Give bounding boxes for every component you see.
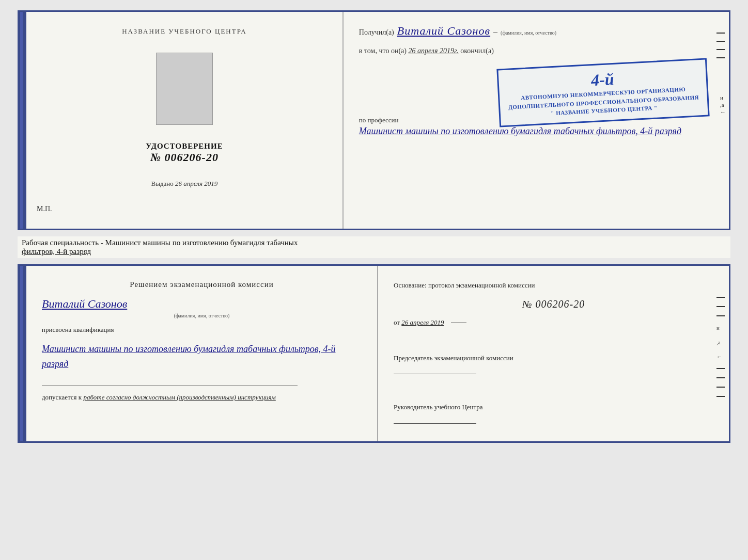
book-spine-bottom bbox=[19, 266, 26, 441]
allowed-label: допускается к bbox=[42, 393, 82, 401]
photo-placeholder bbox=[156, 53, 213, 125]
exam-right-page: Основание: протокол экзаменационной коми… bbox=[378, 266, 729, 441]
commission-title: Решением экзаменационной комиссии bbox=[42, 280, 362, 289]
date-dash bbox=[451, 323, 466, 323]
recipient-line: Получил(а) Виталий Сазонов – (фамилия, и… bbox=[359, 24, 713, 38]
allowed-text-block: допускается к работе согласно должностны… bbox=[42, 392, 362, 403]
dash-dec-1 bbox=[716, 33, 725, 34]
rdash-7 bbox=[716, 396, 725, 397]
certificate-book: НАЗВАНИЕ УЧЕБНОГО ЦЕНТРА УДОСТОВЕРЕНИЕ №… bbox=[18, 10, 730, 230]
dash-dec-4 bbox=[716, 57, 725, 58]
cert-title-block: УДОСТОВЕРЕНИЕ № 006206-20 bbox=[146, 142, 223, 164]
exam-name-sublabel: (фамилия, имя, отчество) bbox=[42, 313, 362, 318]
cert-title: УДОСТОВЕРЕНИЕ bbox=[146, 142, 223, 151]
stamp-block: 4-й АВТОНОМНУЮ НЕКОММЕРЧЕСКУЮ ОРГАНИЗАЦИ… bbox=[496, 58, 710, 127]
rdash-2 bbox=[716, 306, 725, 307]
side-letters: и ,а ← bbox=[720, 94, 726, 115]
exam-date-line: от 26 апреля 2019 bbox=[394, 317, 713, 328]
rdash-6 bbox=[716, 387, 725, 388]
finished-label: окончил(а) bbox=[460, 47, 494, 55]
issued-line: Выдано 26 апреля 2019 bbox=[151, 180, 218, 188]
director-signature-line bbox=[394, 423, 476, 424]
exam-person-block: Виталий Сазонов (фамилия, имя, отчество) bbox=[42, 295, 362, 318]
body-date: 26 апреля 2019г. bbox=[408, 47, 458, 55]
document-container: НАЗВАНИЕ УЧЕБНОГО ЦЕНТРА УДОСТОВЕРЕНИЕ №… bbox=[18, 10, 730, 443]
exam-person-name: Виталий Сазонов bbox=[42, 297, 362, 311]
bottom-text2: фильтров, 4-й разряд bbox=[22, 247, 91, 255]
chairman-label: Председатель экзаменационной комиссии bbox=[394, 353, 713, 364]
exam-date: 26 апреля 2019 bbox=[401, 318, 444, 326]
side-letter-i: и bbox=[720, 94, 726, 101]
rdash-3 bbox=[716, 315, 725, 316]
allowed-text: работе согласно должностным (производств… bbox=[83, 393, 275, 401]
left-page: НАЗВАНИЕ УЧЕБНОГО ЦЕНТРА УДОСТОВЕРЕНИЕ №… bbox=[26, 12, 344, 229]
exam-number: № 006206-20 bbox=[394, 298, 713, 310]
rdash-1 bbox=[716, 297, 725, 298]
dash1: – bbox=[493, 27, 497, 37]
bottom-label: Рабочая специальность - Машинист машины … bbox=[18, 236, 730, 258]
bottom-text1: Рабочая специальность - Машинист машины … bbox=[22, 238, 298, 247]
issued-date: 26 апреля 2019 bbox=[175, 180, 217, 187]
book-spine-top bbox=[19, 12, 26, 229]
rdash-4 bbox=[716, 368, 725, 369]
side-letter-k: ← bbox=[720, 109, 726, 115]
recipient-name: Виталий Сазонов bbox=[397, 24, 490, 38]
rdash-5 bbox=[716, 377, 725, 378]
rdash-letter-a: ,а bbox=[716, 339, 725, 345]
mp-label: М.П. bbox=[37, 205, 52, 213]
name-sublabel: (фамилия, имя, отчество) bbox=[501, 30, 556, 36]
profession-text: Машинист машины по изготовлению бумагидл… bbox=[359, 124, 713, 138]
rdash-letter-k: ← bbox=[716, 354, 725, 360]
cert-number: № 006206-20 bbox=[146, 151, 223, 164]
chairman-signature-line bbox=[394, 374, 476, 374]
side-dashes bbox=[716, 33, 725, 58]
right-page: Получил(а) Виталий Сазонов – (фамилия, и… bbox=[344, 12, 729, 229]
side-letter-a: ,а bbox=[720, 102, 726, 108]
exam-left-page: Решением экзаменационной комиссии Витали… bbox=[26, 266, 378, 441]
director-label: Руководитель учебного Центра bbox=[394, 402, 713, 413]
qualification-label: присвоена квалификация bbox=[42, 325, 362, 335]
rdash-letter-i: и bbox=[716, 325, 725, 331]
dash-dec-2 bbox=[716, 41, 725, 42]
dash-dec-3 bbox=[716, 49, 725, 50]
body-text-block: в том, что он(а) 26 апреля 2019г. окончи… bbox=[359, 45, 713, 57]
exam-book: Решением экзаменационной комиссии Витали… bbox=[18, 264, 730, 443]
right-side-dashes: и ,а ← bbox=[716, 297, 725, 397]
exam-profession: Машинист машины по изготовлению бумагидл… bbox=[42, 342, 362, 372]
body-intro: в том, что он(а) bbox=[359, 47, 407, 55]
basis-label: Основание: протокол экзаменационной коми… bbox=[394, 280, 713, 291]
date-prefix: от bbox=[394, 318, 400, 326]
issued-label: Выдано bbox=[151, 180, 174, 187]
received-label: Получил(а) bbox=[359, 27, 394, 38]
left-header: НАЗВАНИЕ УЧЕБНОГО ЦЕНТРА bbox=[122, 27, 246, 36]
